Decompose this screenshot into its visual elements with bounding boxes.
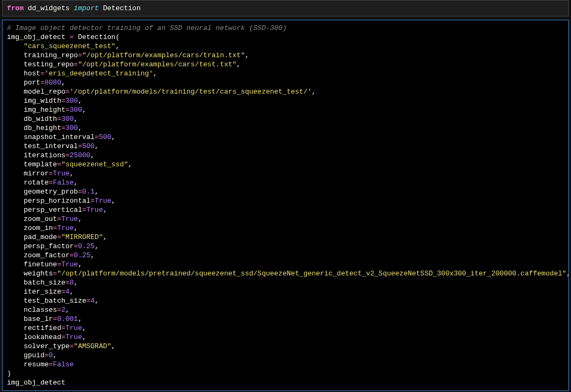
keyword-from: from	[7, 4, 24, 12]
code-cell-main[interactable]: # Image object detector training of an S…	[2, 20, 569, 391]
code-comment: # Image object detector training of an S…	[7, 24, 287, 32]
module-name: dd_widgets	[28, 4, 70, 12]
keyword-import: import	[74, 4, 99, 12]
class-name: Detection	[103, 4, 140, 12]
code-cell-import[interactable]: from dd_widgets import Detection	[2, 0, 569, 17]
